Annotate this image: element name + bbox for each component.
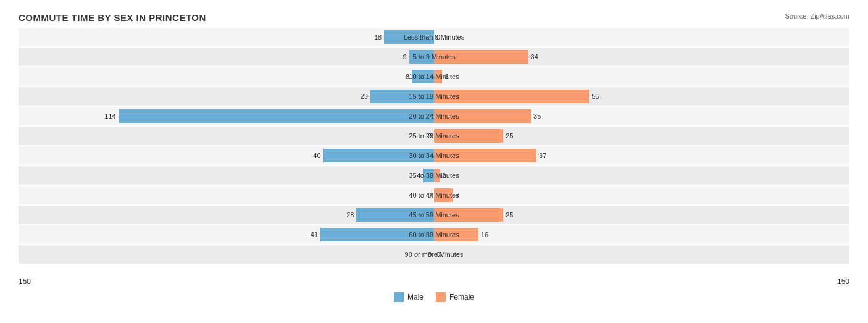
value-male: 41	[311, 231, 318, 238]
value-male: 0	[428, 132, 432, 140]
chart-row: 40 to 44 Minutes07	[19, 186, 849, 204]
chart-row: Less than 5 Minutes180	[19, 28, 849, 46]
chart-row: 35 to 39 Minutes42	[19, 166, 849, 185]
value-female: 37	[539, 152, 546, 159]
legend-male: Male	[394, 292, 424, 302]
bar-female	[434, 50, 528, 64]
value-male: 28	[346, 211, 354, 219]
value-female: 35	[533, 112, 541, 120]
bar-male	[423, 169, 434, 182]
value-male: 4	[417, 172, 420, 179]
legend: Male Female	[19, 292, 849, 302]
value-male: 0	[428, 191, 432, 199]
bar-male	[323, 149, 434, 162]
value-male: 9	[403, 53, 407, 61]
legend-female: Female	[436, 292, 474, 302]
chart-row: 20 to 24 Minutes11435	[19, 107, 849, 125]
legend-female-label: Female	[449, 293, 474, 301]
chart-row: 25 to 29 Minutes025	[19, 127, 849, 145]
value-male: 23	[361, 93, 368, 100]
chart-row: 45 to 59 Minutes2825	[19, 206, 849, 224]
chart-row: 90 or more Minutes00	[19, 245, 849, 264]
bar-female	[434, 169, 440, 182]
value-female: 34	[531, 53, 538, 61]
source-label: Source: ZipAtlas.com	[785, 12, 849, 20]
value-female: 56	[591, 93, 599, 100]
chart-row: 15 to 19 Minutes2356	[19, 87, 849, 106]
bar-female	[434, 109, 531, 123]
value-male: 0	[428, 251, 432, 258]
bar-male	[356, 208, 434, 222]
chart-title: COMMUTE TIME BY SEX IN PRINCETON	[19, 12, 849, 23]
bar-female	[434, 149, 536, 162]
value-female: 0	[436, 33, 440, 41]
legend-female-box	[436, 292, 446, 302]
chart-row: 5 to 9 Minutes934	[19, 48, 849, 66]
bar-male	[412, 70, 434, 83]
chart-rows-wrapper: Less than 5 Minutes1805 to 9 Minutes9341…	[19, 28, 849, 275]
axis-label-left: 150	[19, 277, 31, 286]
value-female: 2	[442, 172, 446, 179]
chart-row: 60 to 89 Minutes4116	[19, 225, 849, 244]
bar-male	[409, 50, 434, 64]
bar-male	[384, 30, 434, 44]
value-female: 25	[506, 132, 513, 140]
bar-female	[434, 228, 478, 241]
value-male: 18	[374, 33, 382, 41]
bar-female	[434, 70, 442, 83]
chart-container: COMMUTE TIME BY SEX IN PRINCETON Source:…	[0, 0, 868, 323]
chart-row: 30 to 34 Minutes4037	[19, 146, 849, 165]
value-female: 25	[506, 211, 513, 219]
chart-row: 10 to 14 Minutes83	[19, 67, 849, 86]
axis-label-right: 150	[837, 277, 849, 286]
bar-male	[370, 90, 434, 103]
bar-female	[434, 208, 503, 222]
bar-female	[434, 188, 453, 202]
bar-female	[434, 129, 503, 143]
legend-male-box	[394, 292, 404, 302]
value-female: 3	[444, 73, 448, 80]
value-male: 114	[104, 112, 115, 120]
value-male: 40	[313, 152, 320, 159]
row-label: 90 or more Minutes	[405, 251, 464, 258]
value-male: 8	[406, 73, 409, 80]
legend-male-label: Male	[407, 293, 424, 301]
bar-female	[434, 90, 589, 103]
value-female: 0	[436, 251, 440, 258]
value-female: 7	[456, 191, 459, 199]
bar-male	[119, 109, 434, 123]
value-female: 16	[481, 231, 488, 238]
bar-male	[320, 228, 434, 241]
